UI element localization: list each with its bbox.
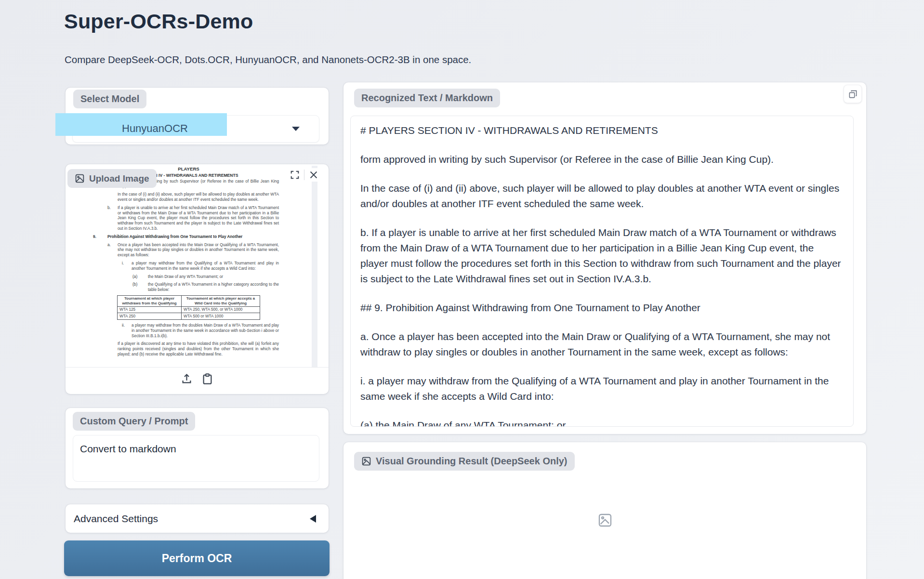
chevron-left-icon	[310, 515, 316, 523]
document-line: If a player is discovered at any time to…	[66, 341, 312, 356]
upload-icon[interactable]	[180, 372, 193, 385]
recognized-text-card: Recognized Text / Markdown # PLAYERS SEC…	[343, 82, 866, 434]
document-table-cell: WTA 250	[118, 313, 182, 320]
chevron-down-icon	[292, 127, 300, 131]
ocr-paragraph: form approved in writing by such Supervi…	[360, 152, 844, 167]
document-line: ii.a player may withdraw from the double…	[66, 323, 312, 338]
prompt-textarea[interactable]: Convert to markdown	[73, 435, 319, 482]
clipboard-icon[interactable]	[201, 372, 214, 385]
advanced-settings-label: Advanced Settings	[74, 513, 158, 525]
document-table-header: Tournament at which player withdraws fro…	[118, 295, 182, 306]
model-dropdown-value[interactable]: HunyuanOCR	[122, 115, 188, 142]
image-icon	[75, 173, 85, 184]
ocr-paragraph: a. Once a player has been accepted into …	[360, 329, 844, 360]
app: { "colors": { "accent_button": "#44779f"…	[0, 0, 924, 579]
custom-query-card: Custom Query / Prompt Convert to markdow…	[66, 408, 329, 488]
uploaded-image-preview[interactable]: PLAYERSSECTION IV - WITHDRAWALS AND RETI…	[66, 166, 312, 368]
upload-image-label: Upload Image	[67, 169, 157, 188]
custom-query-label: Custom Query / Prompt	[73, 412, 195, 431]
ocr-paragraph: b. If a player is unable to arrive at he…	[360, 225, 844, 287]
visual-grounding-card: Visual Grounding Result (DeepSeek Only)	[343, 442, 866, 579]
document-table-cell: WTA 500 or WTA 1000	[182, 313, 260, 320]
model-select-label: Select Model	[73, 90, 146, 108]
image-footer	[66, 372, 329, 385]
footer-divider	[66, 367, 329, 368]
document-line: b.If a player is unable to arrive at her…	[66, 205, 312, 231]
visual-grounding-label-text: Visual Grounding Result (DeepSeek Only)	[376, 456, 568, 467]
document-table: Tournament at which player withdraws fro…	[117, 295, 260, 320]
document-line: i.a player may withdraw from the Qualify…	[66, 261, 312, 271]
ocr-paragraph: # PLAYERS SECTION IV - WITHDRAWALS AND R…	[360, 123, 844, 138]
image-placeholder-icon	[597, 513, 613, 528]
fullscreen-button[interactable]	[290, 170, 300, 180]
close-icon[interactable]	[308, 170, 319, 180]
image-icon	[361, 456, 371, 466]
image-edge-shade	[312, 166, 317, 368]
perform-ocr-button[interactable]: Perform OCR	[64, 540, 330, 576]
page-subtitle: Compare DeepSeek-OCR, Dots.OCR, HunyuanO…	[65, 54, 471, 66]
ocr-output: # PLAYERS SECTION IV - WITHDRAWALS AND R…	[350, 116, 854, 427]
document-line: 9.Prohibition Against Withdrawing from O…	[66, 234, 312, 239]
document-line: (a)the Main Draw of any WTA Tournament; …	[66, 274, 312, 279]
upload-image-card: PLAYERSSECTION IV - WITHDRAWALS AND RETI…	[66, 164, 329, 394]
ocr-paragraph: (a) the Main Draw of any WTA Tournament;…	[360, 418, 844, 427]
document-table-cell: WTA 250, WTA 500, or WTA 1000	[182, 306, 260, 313]
model-select-card: Select Model HunyuanOCR	[66, 88, 329, 145]
copy-button[interactable]	[844, 85, 862, 103]
controls-divider	[304, 170, 304, 180]
page-title: Super-OCRs-Demo	[64, 10, 253, 33]
document-line: (b)the Qualifying of a WTA Tournament in…	[66, 282, 312, 292]
upload-image-label-text: Upload Image	[89, 173, 149, 184]
document-line: In the case of (i) and (ii) above, such …	[66, 192, 312, 202]
advanced-settings-accordion[interactable]: Advanced Settings	[66, 504, 329, 533]
document-table-header: Tournament at which player accepts a Wil…	[182, 295, 260, 306]
visual-grounding-label: Visual Grounding Result (DeepSeek Only)	[354, 452, 575, 471]
document-table-cell: WTA 125	[118, 306, 182, 313]
image-controls	[288, 168, 321, 182]
document-line: a.Once a player has been accepted into t…	[66, 242, 312, 258]
ocr-paragraph: i. a player may withdraw from the Qualif…	[360, 373, 844, 404]
ocr-paragraph: In the case of (i) and (ii) above, such …	[360, 181, 844, 211]
recognized-text-label: Recognized Text / Markdown	[354, 89, 500, 107]
ocr-paragraph: ## 9. Prohibition Against Withdrawing fr…	[360, 300, 844, 316]
